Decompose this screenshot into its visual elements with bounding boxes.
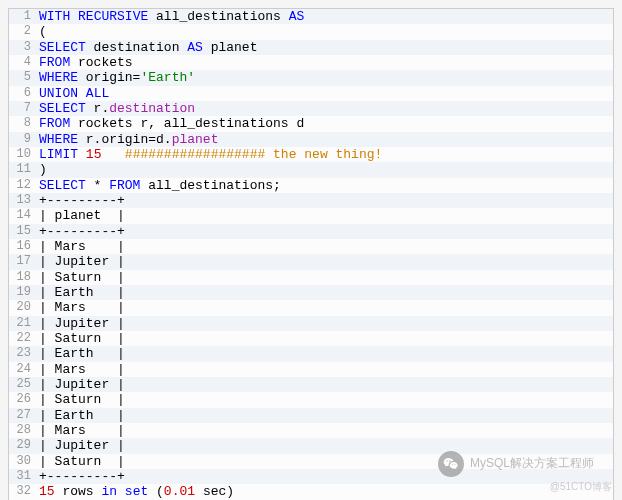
line-number: 8	[9, 116, 37, 131]
code-content: | Earth |	[37, 408, 125, 423]
code-content: +---------+	[37, 193, 125, 208]
code-content: | planet |	[37, 208, 125, 223]
code-block: 1WITH RECURSIVE all_destinations AS2(3SE…	[8, 8, 614, 500]
line-number: 4	[9, 55, 37, 70]
line-number: 17	[9, 254, 37, 269]
code-content: WITH RECURSIVE all_destinations AS	[37, 9, 304, 24]
line-number: 21	[9, 316, 37, 331]
code-content: SELECT r.destination	[37, 101, 195, 116]
code-line: 18| Saturn |	[9, 270, 613, 285]
code-line: 11)	[9, 162, 613, 177]
line-number: 3	[9, 40, 37, 55]
code-content: SELECT * FROM all_destinations;	[37, 178, 281, 193]
watermark: MySQL解决方案工程师	[438, 451, 594, 477]
line-number: 25	[9, 377, 37, 392]
code-line: 1WITH RECURSIVE all_destinations AS	[9, 9, 613, 24]
code-line: 3SELECT destination AS planet	[9, 40, 613, 55]
line-number: 27	[9, 408, 37, 423]
line-number: 19	[9, 285, 37, 300]
code-content: | Jupiter |	[37, 377, 125, 392]
code-content: UNION ALL	[37, 86, 109, 101]
line-number: 1	[9, 9, 37, 24]
code-line: 5WHERE origin='Earth'	[9, 70, 613, 85]
line-number: 18	[9, 270, 37, 285]
code-content: | Jupiter |	[37, 316, 125, 331]
line-number: 6	[9, 86, 37, 101]
line-number: 10	[9, 147, 37, 162]
code-line: 13+---------+	[9, 193, 613, 208]
code-content: | Jupiter |	[37, 254, 125, 269]
line-number: 14	[9, 208, 37, 223]
code-content: FROM rockets r, all_destinations d	[37, 116, 304, 131]
code-content: | Saturn |	[37, 331, 125, 346]
code-content: | Mars |	[37, 423, 125, 438]
line-number: 23	[9, 346, 37, 361]
code-line: 17| Jupiter |	[9, 254, 613, 269]
code-line: 3215 rows in set (0.01 sec)	[9, 484, 613, 499]
line-number: 9	[9, 132, 37, 147]
line-number: 30	[9, 454, 37, 469]
code-line: 14| planet |	[9, 208, 613, 223]
code-content: LIMIT 15 ################## the new thin…	[37, 147, 382, 162]
code-line: 23| Earth |	[9, 346, 613, 361]
line-number: 5	[9, 70, 37, 85]
code-line: 27| Earth |	[9, 408, 613, 423]
line-number: 26	[9, 392, 37, 407]
code-line: 10LIMIT 15 ################## the new th…	[9, 147, 613, 162]
code-content: | Mars |	[37, 300, 125, 315]
code-line: 9WHERE r.origin=d.planet	[9, 132, 613, 147]
code-content: | Saturn |	[37, 454, 125, 469]
wechat-icon	[438, 451, 464, 477]
code-line: 25| Jupiter |	[9, 377, 613, 392]
code-line: 24| Mars |	[9, 362, 613, 377]
code-line: 20| Mars |	[9, 300, 613, 315]
code-line: 2(	[9, 24, 613, 39]
code-content: WHERE origin='Earth'	[37, 70, 195, 85]
line-number: 12	[9, 178, 37, 193]
code-line: 22| Saturn |	[9, 331, 613, 346]
code-content: | Mars |	[37, 362, 125, 377]
line-number: 28	[9, 423, 37, 438]
line-number: 16	[9, 239, 37, 254]
code-line: 4FROM rockets	[9, 55, 613, 70]
line-number: 31	[9, 469, 37, 484]
code-content: SELECT destination AS planet	[37, 40, 257, 55]
code-content: (	[37, 24, 47, 39]
code-content: +---------+	[37, 469, 125, 484]
line-number: 29	[9, 438, 37, 453]
line-number: 24	[9, 362, 37, 377]
line-number: 11	[9, 162, 37, 177]
line-number: 32	[9, 484, 37, 499]
watermark-sub: @51CTO博客	[550, 480, 612, 494]
line-number: 15	[9, 224, 37, 239]
line-number: 22	[9, 331, 37, 346]
code-content: WHERE r.origin=d.planet	[37, 132, 218, 147]
line-number: 7	[9, 101, 37, 116]
line-number: 20	[9, 300, 37, 315]
code-content: | Jupiter |	[37, 438, 125, 453]
code-line: 19| Earth |	[9, 285, 613, 300]
code-line: 26| Saturn |	[9, 392, 613, 407]
code-line: 7SELECT r.destination	[9, 101, 613, 116]
code-line: 16| Mars |	[9, 239, 613, 254]
code-line: 15+---------+	[9, 224, 613, 239]
code-content: )	[37, 162, 47, 177]
code-line: 6UNION ALL	[9, 86, 613, 101]
line-number: 13	[9, 193, 37, 208]
code-line: 8FROM rockets r, all_destinations d	[9, 116, 613, 131]
code-content: | Earth |	[37, 346, 125, 361]
code-content: | Saturn |	[37, 270, 125, 285]
watermark-text: MySQL解决方案工程师	[470, 455, 594, 472]
code-content: 15 rows in set (0.01 sec)	[37, 484, 234, 499]
code-line: 21| Jupiter |	[9, 316, 613, 331]
code-content: FROM rockets	[37, 55, 133, 70]
code-line: 28| Mars |	[9, 423, 613, 438]
code-content: | Saturn |	[37, 392, 125, 407]
code-content: +---------+	[37, 224, 125, 239]
code-content: | Mars |	[37, 239, 125, 254]
code-content: | Earth |	[37, 285, 125, 300]
line-number: 2	[9, 24, 37, 39]
code-line: 12SELECT * FROM all_destinations;	[9, 178, 613, 193]
